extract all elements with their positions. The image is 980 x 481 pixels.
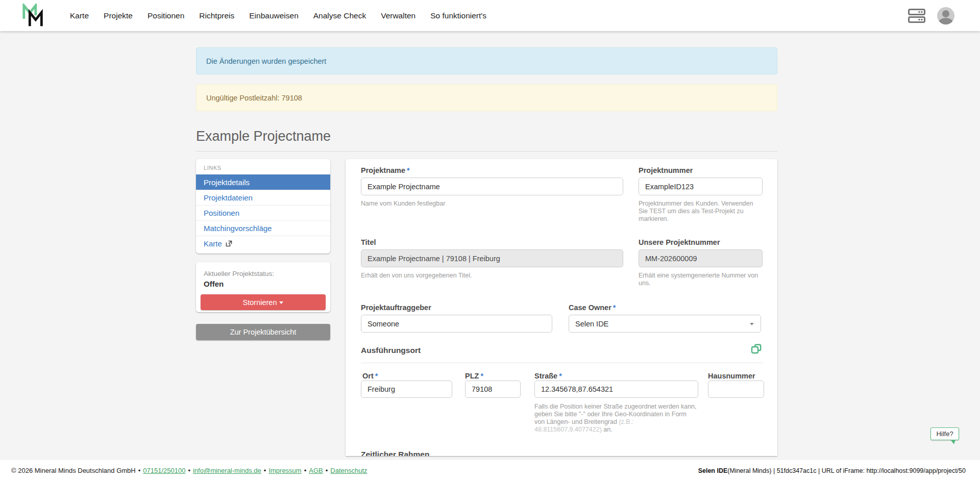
projektname-helper: Name vom Kunden festlegbar <box>361 200 445 208</box>
chevron-down-icon <box>279 301 283 304</box>
projektnummer-helper: Projektnummer des Kunden. Verwenden Sie … <box>639 200 764 223</box>
footer-session-details: (Mineral Minds) | 51fdc347ac1c | URL of … <box>727 467 966 474</box>
plz-input[interactable] <box>465 381 521 398</box>
sidebar-item-label: Matchingvorschläge <box>204 224 272 233</box>
section-zeitlicher-rahmen: Zeitlicher Rahmen <box>361 450 429 456</box>
nav-verwalten[interactable]: Verwalten <box>381 11 415 20</box>
hausnummer-input[interactable] <box>708 381 764 398</box>
stornieren-button-label: Stornieren <box>243 298 277 307</box>
unsere-projektnummer-label: Unsere Projektnummer <box>639 238 720 246</box>
footer-session-user: Selen IDE <box>698 467 728 474</box>
nav-positionen[interactable]: Positionen <box>148 11 184 20</box>
alert-warning-text: Ungültige Postleitzahl: 79108 <box>206 94 302 102</box>
mineral-minds-logo-icon[interactable] <box>21 4 46 28</box>
case-owner-select[interactable]: Selen IDE <box>569 315 761 333</box>
strasse-label: Straße* <box>534 372 562 380</box>
section-divider <box>361 363 763 363</box>
projektnummer-label: Projektnummer <box>639 166 693 174</box>
nav-so-funktionierts[interactable]: So funktioniert's <box>430 11 486 20</box>
alert-success: Die Änderungen wurden gespeichert <box>196 47 777 74</box>
projektname-label: Projektname* <box>361 166 410 174</box>
required-asterisk: * <box>480 372 483 380</box>
top-navbar: Karte Projekte Positionen Richtpreis Ein… <box>0 0 980 31</box>
user-avatar-icon[interactable] <box>937 7 954 24</box>
titel-helper: Erhält den von uns vorgegebenen Titel. <box>361 272 472 280</box>
ort-label: Ort* <box>362 372 378 380</box>
sidebar-item-projektdateien[interactable]: Projektdateien <box>196 190 330 205</box>
projektauftraggeber-input[interactable] <box>361 315 552 333</box>
required-asterisk: * <box>613 303 616 312</box>
copy-icon[interactable] <box>751 343 762 355</box>
required-asterisk: * <box>559 372 562 380</box>
projektname-input[interactable] <box>361 178 623 195</box>
status-label: Aktueller Projektstatus: <box>204 270 274 277</box>
case-owner-label: Case Owner* <box>569 303 616 312</box>
required-asterisk: * <box>407 166 410 174</box>
footer-session-info: Selen IDE (Mineral Minds) | 51fdc347ac1c… <box>698 460 966 481</box>
alert-success-text: Die Änderungen wurden gespeichert <box>206 57 326 65</box>
hilfe-button[interactable]: Hilfe? <box>930 427 959 440</box>
page-title: Example Projectname <box>196 129 331 144</box>
hausnummer-label: Hausnummer <box>708 372 755 380</box>
sidebar-links-header: LINKS <box>196 159 330 174</box>
footer-copyright: © 2026 Mineral Minds Deutschland GmbH <box>11 467 136 474</box>
stornieren-button[interactable]: Stornieren <box>201 294 326 310</box>
footer-link-email[interactable]: info@mineral-minds.de <box>193 467 261 474</box>
external-link-icon <box>226 240 232 247</box>
footer-left: © 2026 Mineral Minds Deutschland GmbH • … <box>11 460 368 481</box>
sidebar-item-positionen[interactable]: Positionen <box>196 205 330 220</box>
nav-projekte[interactable]: Projekte <box>104 11 133 20</box>
zur-projektuebersicht-button[interactable]: Zur Projektübersicht <box>196 324 330 340</box>
titel-input <box>361 249 623 267</box>
project-status-card: Aktueller Projektstatus: Offen Storniere… <box>196 262 330 312</box>
sidebar-links-card: LINKS Projektdetails Projektdateien Posi… <box>196 159 330 254</box>
case-owner-selected-value: Selen IDE <box>575 320 608 328</box>
sidebar-item-matchingvorschlaege[interactable]: Matchingvorschläge <box>196 220 330 236</box>
ort-input[interactable] <box>361 381 452 398</box>
strasse-helper: Falls die Position keiner Straße zugeord… <box>534 403 698 434</box>
nav-richtpreis[interactable]: Richtpreis <box>199 11 234 20</box>
footer-link-phone[interactable]: 07151/250100 <box>143 467 185 474</box>
titel-label: Titel <box>361 238 376 246</box>
footer: © 2026 Mineral Minds Deutschland GmbH • … <box>0 460 980 481</box>
projektnummer-input[interactable] <box>639 178 763 195</box>
footer-link-datenschutz[interactable]: Datenschutz <box>330 467 367 474</box>
project-details-form-card: Projektname* Name vom Kunden festlegbar … <box>346 159 777 456</box>
plz-label: PLZ* <box>465 372 483 380</box>
sidebar-item-projektdetails[interactable]: Projektdetails <box>196 174 330 190</box>
section-ausfuehrungsort: Ausführungsort <box>361 346 421 355</box>
alert-warning: Ungültige Postleitzahl: 79108 <box>196 84 777 111</box>
sidebar-item-label: Karte <box>204 239 222 248</box>
sidebar-item-label: Projektdateien <box>204 193 253 202</box>
sidebar-item-label: Projektdetails <box>204 178 250 187</box>
server-status-icon[interactable] <box>908 9 925 23</box>
title-divider <box>196 151 777 151</box>
sidebar-item-karte[interactable]: Karte <box>196 236 330 251</box>
status-value: Offen <box>204 280 224 288</box>
strasse-input[interactable] <box>534 381 698 398</box>
chevron-down-icon <box>750 323 754 325</box>
unsere-projektnummer-input <box>639 249 763 267</box>
hilfe-button-tail <box>950 440 955 444</box>
main-nav: Karte Projekte Positionen Richtpreis Ein… <box>70 0 486 31</box>
nav-analyse-check[interactable]: Analyse Check <box>313 11 366 20</box>
footer-link-impressum[interactable]: Impressum <box>268 467 301 474</box>
projektauftraggeber-label: Projektauftraggeber <box>361 303 431 312</box>
unsere-projektnummer-helper: Erhält eine systemgenerierte Nummer von … <box>639 272 764 287</box>
required-asterisk: * <box>375 372 378 380</box>
sidebar-item-label: Positionen <box>204 209 239 217</box>
nav-karte[interactable]: Karte <box>70 11 89 20</box>
nav-einbauweisen[interactable]: Einbauweisen <box>249 11 299 20</box>
footer-link-agb[interactable]: AGB <box>309 467 323 474</box>
